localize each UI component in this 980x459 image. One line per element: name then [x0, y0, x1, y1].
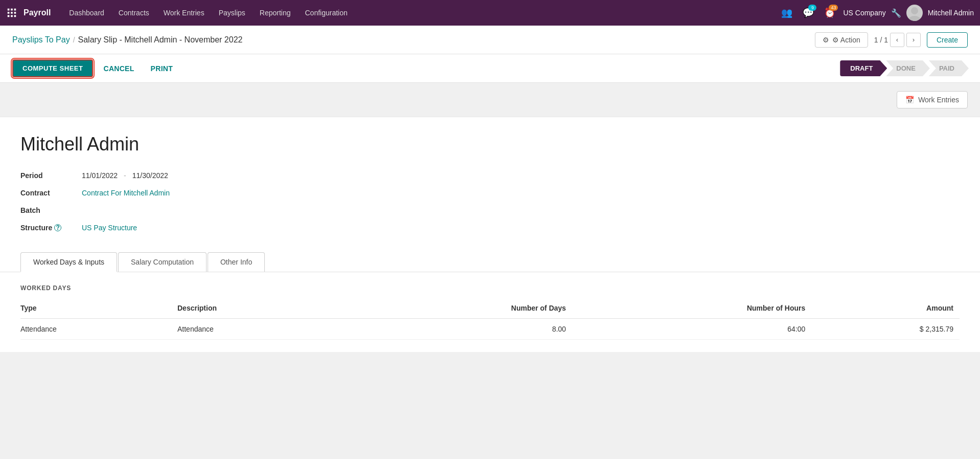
structure-row: Structure ? US Pay Structure — [20, 224, 960, 232]
breadcrumb-actions: ⚙ ⚙ Action 1 / 1 ‹ › Create — [815, 32, 968, 48]
structure-label: Structure — [20, 224, 52, 232]
row-type: Attendance — [20, 319, 177, 340]
app-logo[interactable] — [6, 7, 17, 18]
batch-label: Batch — [20, 206, 82, 214]
form-top-section: 📅 Work Entries — [0, 83, 980, 117]
tab-other-info[interactable]: Other Info — [208, 252, 265, 272]
structure-help-icon[interactable]: ? — [54, 224, 61, 231]
table-row[interactable]: Attendance Attendance 8.00 64:00 $ 2,315… — [20, 319, 960, 340]
batch-row: Batch — [20, 206, 960, 214]
worked-days-section: WORKED DAYS Type Description Number of D… — [0, 272, 980, 352]
worked-days-table: Type Description Number of Days Number o… — [20, 300, 960, 340]
breadcrumb-current: Salary Slip - Mitchell Admin - November … — [78, 35, 243, 45]
col-hours: Number of Hours — [572, 300, 811, 319]
svg-point-1 — [908, 16, 921, 21]
breadcrumb: Payslips To Pay / Salary Slip - Mitchell… — [12, 35, 815, 45]
row-amount: $ 2,315.79 — [811, 319, 960, 340]
structure-label-container: Structure ? — [20, 224, 82, 232]
period-end-value[interactable]: 11/30/2022 — [132, 171, 168, 180]
breadcrumb-bar: Payslips To Pay / Salary Slip - Mitchell… — [0, 26, 980, 54]
company-name[interactable]: US Company — [843, 9, 885, 17]
tab-worked-days[interactable]: Worked Days & Inputs — [20, 252, 117, 272]
work-entries-button[interactable]: 📅 Work Entries — [897, 91, 968, 108]
compute-sheet-button[interactable]: COMPUTE SHEET — [12, 59, 93, 77]
worked-days-title: WORKED DAYS — [20, 285, 960, 292]
breadcrumb-parent[interactable]: Payslips To Pay — [12, 35, 70, 45]
action-button[interactable]: ⚙ ⚙ Action — [815, 32, 868, 48]
row-days: 8.00 — [346, 319, 572, 340]
nav-contracts[interactable]: Contracts — [112, 0, 155, 26]
nav-reporting[interactable]: Reporting — [254, 0, 297, 26]
print-button[interactable]: PRINT — [145, 60, 179, 77]
svg-point-0 — [911, 7, 918, 14]
tab-salary-computation[interactable]: Salary Computation — [118, 252, 207, 272]
action-label: ⚙ Action — [832, 36, 860, 44]
settings-wrench-icon[interactable]: 🔧 — [891, 8, 901, 18]
topnav-right-section: 👥 💬 9 ⏰ 43 US Company 🔧 Mitchell Admin — [779, 5, 974, 21]
row-description: Attendance — [177, 319, 346, 340]
work-entries-label: Work Entries — [918, 96, 959, 104]
nav-payslips[interactable]: Payslips — [213, 0, 252, 26]
pager-prev-button[interactable]: ‹ — [890, 33, 904, 47]
main-content: 📅 Work Entries Mitchell Admin Period 11/… — [0, 83, 980, 459]
cancel-button[interactable]: CANCEL — [97, 60, 140, 77]
status-done[interactable]: DONE — [886, 60, 930, 76]
nav-work-entries[interactable]: Work Entries — [157, 0, 211, 26]
calendar-icon: 📅 — [905, 96, 914, 104]
gear-icon: ⚙ — [823, 36, 829, 44]
period-label: Period — [20, 171, 82, 180]
period-start-value[interactable]: 11/01/2022 — [82, 171, 118, 180]
row-hours: 64:00 — [572, 319, 811, 340]
table-header-row: Type Description Number of Days Number o… — [20, 300, 960, 319]
col-description: Description — [177, 300, 346, 319]
username-label[interactable]: Mitchell Admin — [928, 9, 974, 17]
support-icon[interactable]: 👥 — [779, 5, 795, 21]
activity-icon[interactable]: ⏰ 43 — [822, 5, 838, 21]
col-amount: Amount — [811, 300, 960, 319]
tabs-container: Worked Days & Inputs Salary Computation … — [20, 252, 960, 272]
pager-count: 1 / 1 — [874, 36, 888, 44]
employee-name: Mitchell Admin — [20, 134, 960, 155]
contract-value[interactable]: Contract For Mitchell Admin — [82, 189, 170, 197]
messages-icon[interactable]: 💬 9 — [800, 5, 816, 21]
col-type: Type — [20, 300, 177, 319]
activity-badge: 43 — [829, 5, 838, 11]
pager: 1 / 1 ‹ › — [874, 33, 921, 47]
period-dash: - — [124, 171, 126, 180]
structure-value[interactable]: US Pay Structure — [82, 224, 137, 232]
contract-label: Contract — [20, 189, 82, 197]
employee-section: Mitchell Admin Period 11/01/2022 - 11/30… — [0, 117, 980, 244]
tabs-section: Worked Days & Inputs Salary Computation … — [0, 244, 980, 272]
pager-next-button[interactable]: › — [906, 33, 921, 47]
status-pipeline: DRAFT DONE PAID — [840, 60, 968, 76]
breadcrumb-separator: / — [73, 36, 75, 44]
app-name[interactable]: Payroll — [24, 8, 51, 17]
nav-configuration[interactable]: Configuration — [299, 0, 354, 26]
toolbar: COMPUTE SHEET CANCEL PRINT DRAFT DONE PA… — [0, 54, 980, 83]
top-navigation: Payroll Dashboard Contracts Work Entries… — [0, 0, 980, 26]
messages-badge: 9 — [808, 5, 816, 11]
form-fields: Period 11/01/2022 - 11/30/2022 Contract … — [20, 171, 960, 232]
contract-row: Contract Contract For Mitchell Admin — [20, 189, 960, 197]
nav-dashboard[interactable]: Dashboard — [63, 0, 110, 26]
create-button[interactable]: Create — [927, 32, 968, 48]
status-draft[interactable]: DRAFT — [840, 60, 887, 76]
user-avatar[interactable] — [906, 5, 923, 21]
col-days: Number of Days — [346, 300, 572, 319]
period-row: Period 11/01/2022 - 11/30/2022 — [20, 171, 960, 180]
status-paid[interactable]: PAID — [929, 60, 969, 76]
